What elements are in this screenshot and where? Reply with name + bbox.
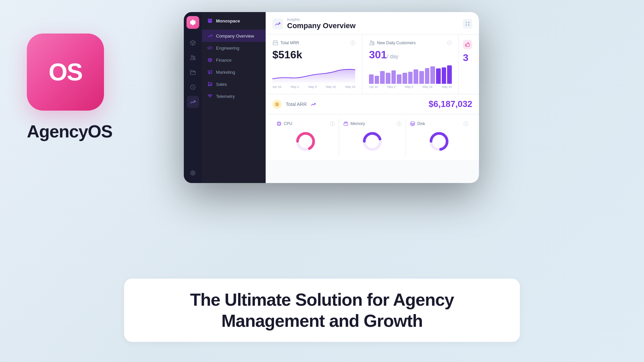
disk-donut <box>410 130 468 153</box>
mrr-chart-labels: Apr 24 May 2 May 9 May 16 May 23 <box>272 85 355 88</box>
insights-label: Insights <box>287 17 356 21</box>
memory-info[interactable]: i <box>397 121 401 126</box>
nav-label-finance: Finance <box>216 58 231 63</box>
nav-item-engineering[interactable]: Engineering <box>202 42 266 54</box>
bar-13 <box>442 67 446 84</box>
nav-item-telemetry[interactable]: Telemetry <box>202 90 266 102</box>
dashboard-window: Monospace Company Overview Engineering F… <box>184 12 479 183</box>
app-name: AgencyOS <box>27 121 112 141</box>
cpu-card: CPU i <box>272 118 339 156</box>
bar-9 <box>419 71 424 84</box>
sidebar-icon-folder[interactable] <box>187 66 199 78</box>
nav-label-sales: Sales <box>216 82 227 87</box>
logo-text: OS <box>49 58 82 86</box>
cpu-info[interactable]: i <box>330 121 335 126</box>
bar-8 <box>414 69 418 84</box>
customers-chart-labels: Apr 24 May 2 May 9 May 16 May 23 <box>369 85 452 88</box>
bar-3 <box>386 73 390 84</box>
customers-label: New Daily Customers <box>377 41 416 45</box>
memory-card: Memory i <box>339 118 406 156</box>
insights-icon <box>272 18 283 29</box>
bottom-tagline: The Ultimate Solution for Agency Managem… <box>124 279 520 342</box>
workspace-name: Monospace <box>216 18 240 23</box>
customers-value: 301/ day <box>369 49 452 61</box>
bar-11 <box>430 66 435 84</box>
main-content: Insights Company Overview Total MRR i <box>266 12 479 183</box>
bar-14 <box>447 65 452 84</box>
partial-card: 3 <box>459 35 479 94</box>
arr-label: Total ARR <box>286 102 307 107</box>
memory-header: Memory i <box>343 121 401 126</box>
disk-header: Disk i <box>410 121 468 126</box>
nav-label-telemetry: Telemetry <box>216 94 235 99</box>
nav-item-sales[interactable]: Sales <box>202 78 266 90</box>
bar-1 <box>375 76 379 84</box>
customers-header: New Daily Customers i <box>369 40 452 46</box>
cpu-label: CPU <box>284 121 292 126</box>
sidebar-icon-chart[interactable] <box>187 96 199 108</box>
cpu-header: CPU i <box>276 121 335 126</box>
nav-label-engineering: Engineering <box>216 46 239 51</box>
nav-item-overview[interactable]: Company Overview <box>202 30 266 42</box>
bar-0 <box>369 74 374 84</box>
customers-card: New Daily Customers i 301/ day Apr 24 Ma… <box>362 35 459 94</box>
bar-7 <box>408 72 413 84</box>
memory-donut <box>343 130 401 153</box>
expand-button[interactable] <box>463 19 472 28</box>
disk-label: Disk <box>417 121 425 126</box>
mrr-chart <box>272 64 355 84</box>
bar-5 <box>397 74 401 84</box>
bar-10 <box>425 68 430 84</box>
sidebar-icon-info[interactable] <box>187 81 199 93</box>
header-left: Insights Company Overview <box>272 17 356 30</box>
memory-label: Memory <box>351 121 365 126</box>
bar-12 <box>436 68 441 84</box>
page-title: Company Overview <box>287 21 356 30</box>
customers-info[interactable]: i <box>447 41 452 45</box>
arr-value: $6,187,032 <box>429 99 472 109</box>
nav-label-marketing: Marketing <box>216 70 235 75</box>
sidebar <box>184 12 202 183</box>
partial-value: 3 <box>463 52 475 63</box>
mrr-card: Total MRR i $516k <box>266 35 362 94</box>
disk-card: Disk i <box>406 118 472 156</box>
sidebar-icon-settings[interactable] <box>187 167 199 179</box>
app-logo-icon: OS <box>27 34 104 111</box>
mrr-label: Total MRR <box>280 41 299 45</box>
mrr-header: Total MRR i <box>272 40 355 46</box>
nav-workspace[interactable]: Monospace <box>202 12 266 30</box>
bar-4 <box>391 70 396 84</box>
content-header: Insights Company Overview <box>266 12 479 35</box>
arr-row: Total ARR $6,187,032 <box>266 94 479 114</box>
tagline-text: The Ultimate Solution for Agency Managem… <box>190 290 454 330</box>
metrics-grid: Total MRR i $516k <box>266 35 479 94</box>
bar-2 <box>380 71 385 84</box>
mrr-value: $516k <box>272 49 355 61</box>
nav-item-finance[interactable]: Finance <box>202 54 266 66</box>
sidebar-icon-users[interactable] <box>187 52 199 64</box>
arr-trend-icon <box>311 102 316 107</box>
sidebar-logo[interactable] <box>186 16 199 29</box>
bottom-metrics: CPU i Memory i <box>266 114 479 160</box>
disk-info[interactable]: i <box>464 121 468 126</box>
nav-item-marketing[interactable]: Marketing <box>202 66 266 78</box>
nav-label-overview: Company Overview <box>216 34 254 39</box>
customers-chart <box>369 64 452 84</box>
header-text-group: Insights Company Overview <box>287 17 356 30</box>
left-section: OS AgencyOS <box>27 34 112 141</box>
cpu-donut <box>276 130 335 153</box>
mrr-info[interactable]: i <box>351 41 355 45</box>
sidebar-icon-cube[interactable] <box>187 37 199 49</box>
bar-6 <box>402 73 407 84</box>
nav-menu: Monospace Company Overview Engineering F… <box>202 12 266 183</box>
arr-icon <box>272 100 282 109</box>
